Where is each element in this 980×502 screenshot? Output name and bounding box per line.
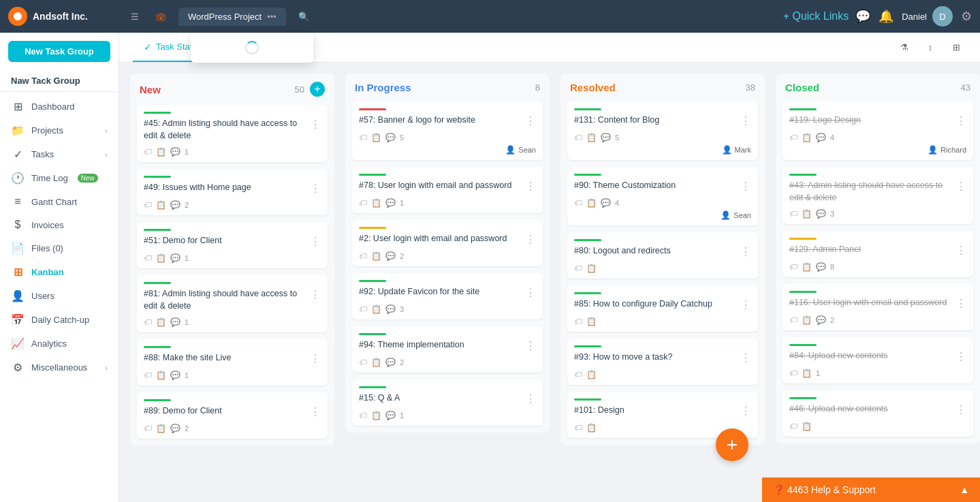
hamburger-icon[interactable]: ☰ (124, 5, 146, 27)
task-more-button[interactable]: ⋮ (310, 118, 321, 131)
task-more-button[interactable]: ⋮ (525, 233, 536, 246)
task-title: #85: How to configure Daily Catchup (574, 298, 740, 311)
task-priority-bar (359, 174, 386, 176)
help-bar-label: ❓ 4463 Help & Support (773, 484, 876, 495)
sidebar-item-kanban[interactable]: ⊞ Kanban (0, 260, 118, 284)
table-row[interactable]: #51: Demo for Client⋮🏷📋💬1 (137, 222, 328, 268)
table-row[interactable]: #15: Q & A⋮🏷📋💬1 (352, 379, 543, 426)
new-badge: New (78, 174, 98, 183)
users-icon: 👤 (11, 289, 25, 302)
task-meta: 🏷📋💬8 (789, 262, 966, 272)
table-row[interactable]: #88: Make the site Live⋮🏷📋💬1 (137, 339, 328, 386)
settings-icon[interactable]: ⚙ (961, 9, 972, 24)
column-count-inprogress: 8 (535, 82, 540, 93)
table-row[interactable]: #80: Logout and redirects⋮🏷📋 (567, 232, 758, 279)
table-row[interactable]: #85: How to configure Daily Catchup⋮🏷📋 (567, 285, 758, 332)
table-row[interactable]: #78: User login with email and password⋮… (352, 167, 543, 213)
table-row[interactable]: #92: Update Favicon for the site⋮🏷📋💬3 (352, 273, 543, 319)
task-meta-icon-1: 📋 (156, 371, 166, 380)
assignee-icon: 👤 (721, 210, 731, 220)
help-bar[interactable]: ❓ 4463 Help & Support ▲ (762, 477, 980, 502)
task-more-button[interactable]: ⋮ (740, 298, 751, 311)
task-more-button[interactable]: ⋮ (525, 392, 536, 405)
search-button[interactable]: 🔍 (293, 5, 315, 27)
task-more-button[interactable]: ⋮ (310, 352, 321, 365)
task-more-button[interactable]: ⋮ (955, 403, 966, 416)
chevron-right-icon: › (105, 127, 108, 135)
table-row[interactable]: #84: Upload new contents⋮🏷📋1 (783, 337, 973, 383)
sidebar-item-dashboard[interactable]: ⊞ Dashboard (0, 95, 118, 119)
project-tab[interactable]: WordPress Project ••• (178, 7, 286, 26)
table-row[interactable]: #81: Admin listing should have access to… (137, 275, 328, 332)
task-more-button[interactable]: ⋮ (525, 180, 536, 193)
column-add-btn-new[interactable]: + (310, 82, 325, 97)
task-meta-icon-2: 💬 (385, 411, 396, 420)
task-card-top: #15: Q & A⋮ (359, 392, 536, 405)
sidebar-item-misc[interactable]: ⚙ Miscellaneous › (0, 356, 118, 379)
table-row[interactable]: #43: Admin listing should have access to… (783, 167, 973, 224)
task-more-button[interactable]: ⋮ (310, 182, 321, 195)
task-more-button[interactable]: ⋮ (955, 114, 966, 127)
task-more-button[interactable]: ⋮ (740, 351, 751, 364)
task-more-button[interactable]: ⋮ (310, 288, 321, 301)
sidebar-item-timelog[interactable]: 🕐 Time Log New (0, 166, 118, 190)
new-task-group-button[interactable]: New Task Group (8, 41, 110, 62)
sidebar-item-dailycatchup[interactable]: 📅 Daily Catch-up (0, 308, 118, 332)
task-title: #94: Theme implementation (359, 339, 525, 351)
user-area[interactable]: Daniel D (902, 6, 953, 27)
sidebar-item-files[interactable]: 📄 Files (0) (0, 236, 118, 260)
table-row[interactable]: #119: Logo Design⋮🏷📋💬4👤 Richard (783, 101, 973, 160)
task-more-button[interactable]: ⋮ (525, 114, 536, 127)
chat-icon[interactable]: 💬 (855, 9, 870, 24)
task-more-button[interactable]: ⋮ (310, 235, 321, 248)
sort-button[interactable]: ↕ (920, 37, 941, 58)
sidebar-item-tasks[interactable]: ✓ Tasks › (0, 142, 118, 166)
table-row[interactable]: #45: Admin listing should have access to… (137, 105, 328, 162)
table-row[interactable]: #93: How to move a task?⋮🏷📋 (567, 339, 758, 385)
logo-area: Andsoft Inc. (8, 7, 117, 26)
filter-button[interactable]: ⚗ (894, 37, 915, 58)
task-more-button[interactable]: ⋮ (955, 297, 966, 310)
task-meta-icon-1: 📋 (802, 133, 812, 142)
sidebar-item-gantt[interactable]: ≡ Gantt Chart (0, 190, 118, 213)
task-card-top: #101: Design⋮ (574, 405, 751, 418)
task-meta-icon-2: 💬 (170, 371, 180, 380)
sidebar-item-analytics[interactable]: 📈 Analytics (0, 332, 118, 356)
task-card-top: #43: Admin listing should have access to… (789, 180, 966, 204)
view-toggle-button[interactable]: ⊞ (946, 37, 966, 58)
task-card-top: #80: Logout and redirects⋮ (574, 245, 751, 258)
task-more-button[interactable]: ⋮ (955, 180, 966, 193)
task-more-button[interactable]: ⋮ (525, 339, 536, 352)
project-tab-dots[interactable]: ••• (267, 12, 276, 22)
table-row[interactable]: #89: Demo for Client⋮🏷📋💬2 (137, 392, 328, 439)
column-title-new: New (140, 84, 161, 95)
task-meta-icon-2: 💬 (816, 262, 826, 272)
bell-icon[interactable]: 🔔 (879, 9, 894, 24)
task-meta: 🏷📋1 (789, 368, 966, 378)
quick-links-button[interactable]: + Quick Links (783, 10, 849, 22)
table-row[interactable]: #129: Admin Panel⋮🏷📋💬8 (783, 231, 973, 277)
table-row[interactable]: #94: Theme implementation⋮🏷📋💬2 (352, 326, 543, 373)
table-row[interactable]: #131: Content for Blog⋮🏷📋💬5👤 Mark (567, 101, 758, 160)
table-row[interactable]: #116: User login with email and password… (783, 284, 973, 330)
task-meta: 🏷📋💬4 (789, 133, 966, 142)
table-row[interactable]: #2: User login with email and password⋮🏷… (352, 220, 543, 266)
table-row[interactable]: #57: Banner & logo for website⋮🏷📋💬5👤 Sea… (352, 101, 543, 160)
task-more-button[interactable]: ⋮ (310, 405, 321, 418)
floating-add-button[interactable]: + (716, 428, 748, 461)
sidebar-item-invoices[interactable]: $ Invoices (0, 213, 118, 236)
task-more-button[interactable]: ⋮ (740, 405, 751, 418)
task-more-button[interactable]: ⋮ (740, 114, 751, 127)
task-more-button[interactable]: ⋮ (955, 350, 966, 363)
table-row[interactable]: #49: Issues with Home page⋮🏷📋💬2 (137, 169, 328, 215)
task-more-button[interactable]: ⋮ (740, 180, 751, 193)
briefcase-icon[interactable]: 💼 (150, 5, 172, 27)
sidebar-item-label: Tasks (31, 149, 54, 159)
sidebar-item-projects[interactable]: 📁 Projects › (0, 119, 118, 142)
task-more-button[interactable]: ⋮ (955, 244, 966, 257)
sidebar-item-users[interactable]: 👤 Users (0, 284, 118, 308)
task-more-button[interactable]: ⋮ (525, 286, 536, 299)
task-more-button[interactable]: ⋮ (740, 245, 751, 258)
table-row[interactable]: #46: Upload new contents⋮🏷📋 (783, 390, 973, 437)
table-row[interactable]: #90: Theme Customization⋮🏷📋💬4👤 Sean (567, 167, 758, 225)
